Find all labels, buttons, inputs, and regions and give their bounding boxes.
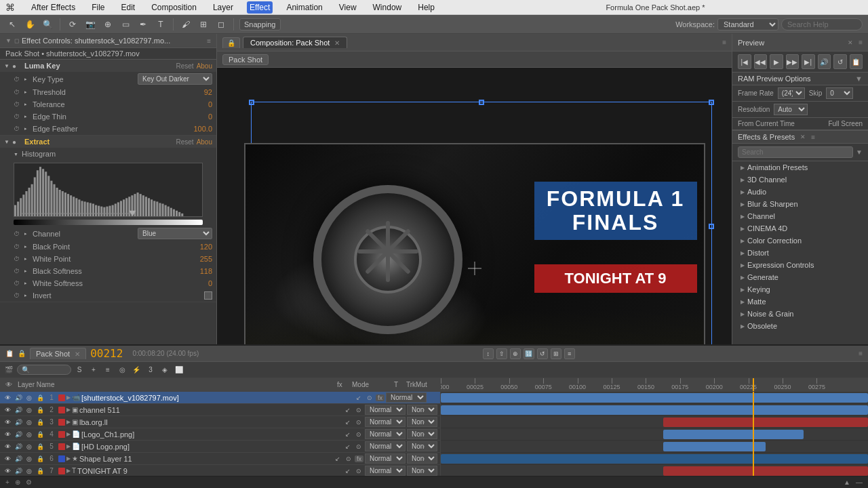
status-triangle-up[interactable]: ▲ [844,479,850,486]
handle-mr[interactable] [709,224,714,229]
white-point-value[interactable]: 255 [200,255,212,263]
tl-tool-1[interactable]: ↕ [483,348,494,359]
tool-pen[interactable]: ✒ [136,18,150,31]
tool-text[interactable]: T [154,18,167,31]
layer-3-trk-select[interactable]: None [407,417,437,427]
layer-row-3[interactable]: 👁 🔊 ◎ 🔒 3 ▶ ▣ lba.org.ll ↙ ⊙ Normal None [0,416,440,428]
layer-5-trk-select[interactable]: None [407,441,437,451]
extract-reset[interactable]: Reset [176,138,194,146]
tl-tool-2[interactable]: ⇧ [496,348,507,359]
timeline-tab[interactable]: Pack Shot ✕ [30,348,86,359]
channel-gradient-slider[interactable] [14,220,203,225]
layer-4-vis[interactable]: 👁 [3,430,12,439]
layer-3-vis[interactable]: 👁 [3,418,12,427]
layer-3-switch[interactable]: ⊙ [354,418,363,427]
tl-bar-4[interactable] [663,430,804,439]
tool-rect[interactable]: ▭ [119,18,132,31]
layer-6-parent[interactable]: ↙ [333,454,342,464]
tl-bar-6[interactable] [441,454,868,464]
effects-cat-color-correction[interactable]: ▶ Color Correction [732,235,868,247]
status-icon-2[interactable]: ⊕ [15,479,20,486]
threshold-value[interactable]: 92 [204,88,212,96]
layer-3-mode-select[interactable]: Normal [365,417,406,427]
tool-clone[interactable]: ⊞ [197,18,210,31]
layer-5-audio[interactable]: 🔊 [14,442,23,451]
tl-bar-1[interactable] [441,393,868,403]
tl-tool-4[interactable]: 🔢 [524,348,534,359]
go-to-first-frame-btn[interactable]: |◀ [738,54,751,69]
preview-type-btn[interactable]: 📋 [850,54,863,69]
play-btn[interactable]: ▶ [770,54,783,69]
extract-visibility[interactable]: ● [12,138,22,146]
menu-composition[interactable]: Composition [149,1,199,14]
key-type-stopwatch[interactable]: ⏱ [14,76,22,83]
layer-row-5[interactable]: 👁 🔊 ◎ 🔒 5 ▶ 📄 [HD Logo.png] ↙ ⊙ Normal N… [0,441,440,453]
layer-4-solo[interactable]: ◎ [24,430,34,439]
menu-view[interactable]: View [336,1,359,14]
luma-key-visibility[interactable]: ● [12,62,22,70]
layer-3-lock[interactable]: 🔒 [35,418,45,427]
tl-solo-btn[interactable]: S [73,364,85,376]
comp-panel-menu[interactable]: ≡ [722,39,726,46]
layer-1-audio[interactable]: 🔊 [14,393,23,403]
menu-file[interactable]: File [89,1,107,14]
layer-5-parent[interactable]: ↙ [343,442,353,451]
layer-2-switch[interactable]: ⊙ [354,405,363,415]
layer-2-mode-select[interactable]: Normal [365,405,406,415]
tool-camera[interactable]: 📷 [83,18,97,31]
step-back-btn[interactable]: ◀◀ [754,54,768,69]
snapping-toggle[interactable]: Snapping [239,18,281,30]
white-point-stopwatch[interactable]: ⏱ [14,256,22,262]
extract-about[interactable]: Abou [197,138,212,146]
luma-key-reset[interactable]: Reset [176,62,194,70]
layer-row-2[interactable]: 👁 🔊 ◎ 🔒 2 ▶ ▣ channel 511 ↙ ⊙ Normal Non… [0,404,440,416]
layer-7-expand[interactable]: ▶ [66,468,71,474]
status-icon-1[interactable]: + [5,479,9,486]
layer-3-parent[interactable]: ↙ [343,418,353,427]
effects-search-options[interactable]: ▼ [856,148,863,156]
layer-4-switch[interactable]: ⊙ [354,430,363,439]
effects-cat-animation-presets[interactable]: ▶ Animation Presets [732,161,868,174]
timeline-tab-close[interactable]: ✕ [75,350,80,358]
layer-3-expand[interactable]: ▶ [66,419,71,425]
layer-7-mode-select[interactable]: Normal [365,466,406,476]
handle-tl[interactable] [249,100,254,105]
layer-2-trk-select[interactable]: None [407,405,437,415]
layer-6-trk-select[interactable]: None [407,453,437,464]
layer-6-vis[interactable]: 👁 [3,454,12,464]
luma-key-header[interactable]: ▼ ● Luma Key Reset Abou [0,60,216,72]
effects-cat-audio[interactable]: ▶ Audio [732,186,868,198]
tl-bar-3[interactable] [663,418,868,427]
frame-rate-select[interactable]: (24) [778,87,805,99]
menu-after-effects[interactable]: After Effects [28,1,78,14]
layer-row-4[interactable]: 👁 🔊 ◎ 🔒 4 ▶ 📄 [Logo_Ch1.png] ↙ ⊙ Normal … [0,428,440,441]
playhead[interactable] [753,378,754,391]
layer-3-audio[interactable]: 🔊 [14,418,23,427]
channel-stopwatch[interactable]: ⏱ [14,230,22,237]
layer-6-mode-select[interactable]: Normal [365,453,406,464]
tool-brush[interactable]: 🖌 [179,18,193,31]
layer-3-solo[interactable]: ◎ [24,418,34,427]
layer-7-trk-select[interactable]: None [407,466,437,476]
tl-new-layer-btn[interactable]: + [87,364,100,376]
layer-2-parent[interactable]: ↙ [343,405,353,415]
invert-stopwatch[interactable]: ⏱ [14,292,22,299]
tool-zoom[interactable]: 🔍 [41,18,54,31]
tl-markers-btn[interactable]: ◈ [159,364,171,376]
tl-tool-3[interactable]: ⊕ [510,348,521,359]
effects-cat-channel[interactable]: ▶ Channel [732,210,868,222]
black-point-value[interactable]: 120 [200,243,212,251]
layer-2-solo[interactable]: ◎ [24,405,34,415]
effects-cat-blur-sharpen[interactable]: ▶ Blur & Sharpen [732,198,868,210]
layer-1-parent[interactable]: ↙ [354,393,363,403]
layer-row-6[interactable]: 👁 🔊 ◎ 🔒 6 ▶ ★ Shape Layer 11 ↙ ⊙ fx Norm… [0,453,440,465]
tl-tool-5[interactable]: ↺ [537,348,548,359]
go-to-last-frame-btn[interactable]: ▶| [802,54,815,69]
layer-6-solo[interactable]: ◎ [24,454,34,464]
tool-rotate[interactable]: ⟳ [66,18,79,31]
edge-thin-value[interactable]: 0 [208,113,212,121]
status-expand[interactable]: — [856,479,863,486]
effects-cat-distort[interactable]: ▶ Distort [732,247,868,259]
preview-panel-menu[interactable]: ≡ [859,39,863,46]
black-softness-value[interactable]: 118 [200,267,212,275]
